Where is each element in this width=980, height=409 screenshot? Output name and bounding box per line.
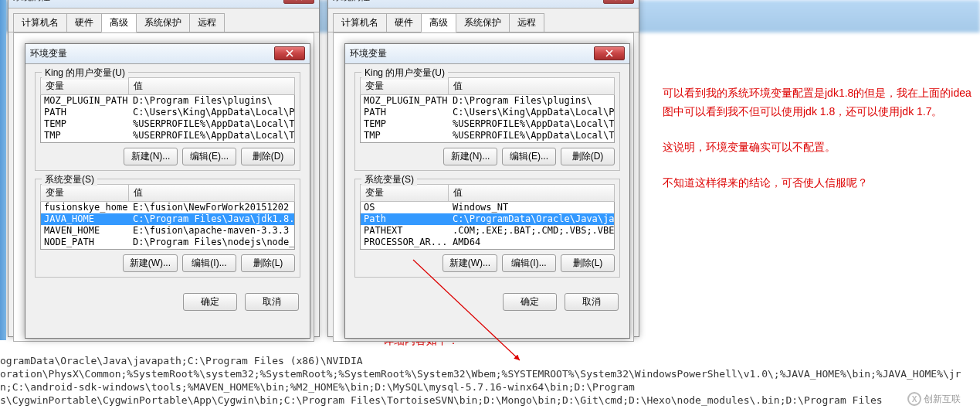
var-name: fusionskye_home <box>41 202 130 213</box>
var-name: TMP <box>41 130 130 141</box>
path-line-3: n;C:\android-sdk-windows\tools;%MAVEN_HO… <box>0 380 980 394</box>
list-row[interactable]: MOZ_PLUGIN_PATHD:\Program Files\plugins\ <box>41 95 294 107</box>
list-row[interactable]: fusionskye_homeE:\fusion\NewForWork20151… <box>41 202 294 213</box>
titlebar[interactable]: 系统属性 <box>328 0 639 9</box>
list-row[interactable]: OSWindows_NT <box>361 202 614 213</box>
tabs-bar: 计算机名 硬件 高级 系统保护 远程 <box>8 9 319 32</box>
tab-advanced[interactable]: 高级 <box>421 13 456 32</box>
tab-system-protection[interactable]: 系统保护 <box>136 13 190 32</box>
edit-button[interactable]: 编辑(I)... <box>182 254 236 272</box>
new-button[interactable]: 新建(W)... <box>443 254 497 272</box>
tab-remote[interactable]: 远程 <box>509 13 544 32</box>
user-vars-list[interactable]: MOZ_PLUGIN_PATHD:\Program Files\plugins\… <box>360 95 615 143</box>
var-value: Windows_NT <box>449 202 614 213</box>
col-variable[interactable]: 变量 <box>360 184 449 202</box>
var-name: PATH <box>41 107 130 118</box>
window-title: 系统属性 <box>333 0 370 4</box>
close-button[interactable] <box>274 46 305 60</box>
col-value[interactable]: 值 <box>449 77 615 95</box>
env-title: 环境变量 <box>350 47 387 60</box>
var-value: D:\Program Files\nodejs\node_gl <box>130 237 294 248</box>
list-row[interactable]: TEMP%USERPROFILE%\AppData\Local\Temp <box>41 118 294 130</box>
sys-vars-list[interactable]: OSWindows_NTPathC:\ProgramData\Oracle\Ja… <box>360 202 615 250</box>
tab-computer-name[interactable]: 计算机名 <box>13 13 67 32</box>
var-name: JAVA_HOME <box>41 213 130 225</box>
tab-advanced[interactable]: 高级 <box>101 13 137 32</box>
list-row[interactable]: PathC:\ProgramData\Oracle\Java\java... <box>361 213 614 225</box>
tab-remote[interactable]: 远程 <box>189 13 225 32</box>
edit-button[interactable]: 编辑(E)... <box>182 148 236 165</box>
sys-vars-header: 变量 值 <box>40 184 295 202</box>
user-vars-header: 变量 值 <box>40 77 295 95</box>
var-value: C:\ProgramData\Oracle\Java\java... <box>449 213 614 225</box>
close-icon <box>286 49 293 57</box>
var-value: E:\fusion\apache-maven-3.3.3 <box>130 225 294 237</box>
var-value: %USERPROFILE%\AppData\Local\Temp <box>449 118 614 130</box>
env-titlebar[interactable]: 环境变量 <box>345 44 629 64</box>
close-button[interactable] <box>283 0 314 4</box>
tab-system-protection[interactable]: 系统保护 <box>456 13 510 32</box>
titlebar[interactable]: 系统属性 <box>8 0 319 9</box>
delete-button[interactable]: 删除(D) <box>561 148 615 165</box>
close-button[interactable] <box>594 46 625 60</box>
var-value: %USERPROFILE%\AppData\Local\Temp <box>449 130 614 141</box>
list-row[interactable]: NODE_PATHD:\Program Files\nodejs\node_gl <box>41 237 294 248</box>
new-button[interactable]: 新建(N)... <box>124 148 178 165</box>
tab-computer-name[interactable]: 计算机名 <box>333 13 387 32</box>
new-button[interactable]: 新建(N)... <box>443 148 497 165</box>
sys-vars-title: 系统变量(S) <box>361 173 417 186</box>
var-value: D:\Program Files\plugins\ <box>130 95 294 107</box>
user-vars-group: King 的用户变量(U) 变量 值 MOZ_PLUGIN_PATHD:\Pro… <box>354 72 620 171</box>
list-row[interactable]: TEMP%USERPROFILE%\AppData\Local\Temp <box>361 118 614 130</box>
col-value[interactable]: 值 <box>129 184 295 202</box>
list-row[interactable]: PATHEXT.COM;.EXE;.BAT;.CMD;.VBS;.VBE;... <box>361 225 614 237</box>
list-row[interactable]: MAVEN_HOMEE:\fusion\apache-maven-3.3.3 <box>41 225 294 237</box>
col-variable[interactable]: 变量 <box>360 77 449 95</box>
delete-button[interactable]: 删除(L) <box>241 254 295 272</box>
sys-vars-list[interactable]: fusionskye_homeE:\fusion\NewForWork20151… <box>40 202 295 250</box>
var-name: NODE_PATH <box>41 237 130 248</box>
annotation-p1: 可以看到我的系统环境变量配置是jdk1.8的但是，我在上面的idea图中可以看到… <box>663 84 972 121</box>
path-line-1: ogramData\Oracle\Java\javapath;C:\Progra… <box>0 354 980 367</box>
tab-hardware[interactable]: 硬件 <box>66 13 102 32</box>
left-window-edge <box>0 0 6 340</box>
close-icon <box>615 0 622 1</box>
close-button[interactable] <box>603 0 634 4</box>
list-row[interactable]: PATHC:\Users\King\AppData\Local\Pro... <box>361 107 614 118</box>
var-name: TEMP <box>41 118 130 130</box>
var-name: PROCESSOR_AR... <box>361 237 449 248</box>
col-variable[interactable]: 变量 <box>40 77 129 95</box>
cancel-button[interactable]: 取消 <box>245 293 299 311</box>
list-row[interactable]: PATHC:\Users\King\AppData\Local\Pro... <box>41 107 294 118</box>
var-name: TEMP <box>361 118 449 130</box>
annotation-text: 可以看到我的系统环境变量配置是jdk1.8的但是，我在上面的idea图中可以看到… <box>663 84 972 209</box>
var-value: C:\Users\King\AppData\Local\Pro... <box>449 107 614 118</box>
col-value[interactable]: 值 <box>449 184 615 202</box>
cancel-button[interactable]: 取消 <box>565 293 619 311</box>
edit-button[interactable]: 编辑(I)... <box>502 254 556 272</box>
watermark-icon: X <box>907 392 921 406</box>
user-vars-title: King 的用户变量(U) <box>42 66 128 80</box>
list-row[interactable]: MOZ_PLUGIN_PATHD:\Program Files\plugins\ <box>361 95 614 107</box>
path-line-2: oration\PhysX\Common;%SystemRoot%\system… <box>0 367 980 380</box>
col-variable[interactable]: 变量 <box>40 184 129 202</box>
ok-button[interactable]: 确定 <box>183 293 237 311</box>
new-button[interactable]: 新建(W)... <box>123 254 178 272</box>
list-row[interactable]: PROCESSOR_AR...AMD64 <box>361 237 614 248</box>
tab-hardware[interactable]: 硬件 <box>386 13 422 32</box>
env-titlebar[interactable]: 环境变量 <box>25 44 310 64</box>
delete-button[interactable]: 删除(L) <box>561 254 615 272</box>
col-value[interactable]: 值 <box>129 77 295 95</box>
var-value: C:\Users\King\AppData\Local\Pro... <box>130 107 294 118</box>
sys-vars-title: 系统变量(S) <box>42 173 97 186</box>
close-icon <box>605 49 613 57</box>
var-value: D:\Program Files\plugins\ <box>449 95 614 107</box>
list-row[interactable]: TMP%USERPROFILE%\AppData\Local\Temp <box>41 130 294 141</box>
list-row[interactable]: JAVA_HOMEC:\Program Files\Java\jdk1.8.0_… <box>41 213 294 225</box>
list-row[interactable]: TMP%USERPROFILE%\AppData\Local\Temp <box>361 130 614 141</box>
user-vars-list[interactable]: MOZ_PLUGIN_PATHD:\Program Files\plugins\… <box>40 95 295 143</box>
edit-button[interactable]: 编辑(E)... <box>502 148 556 165</box>
var-value: %USERPROFILE%\AppData\Local\Temp <box>130 130 294 141</box>
delete-button[interactable]: 删除(D) <box>241 148 295 165</box>
ok-button[interactable]: 确定 <box>503 293 557 311</box>
